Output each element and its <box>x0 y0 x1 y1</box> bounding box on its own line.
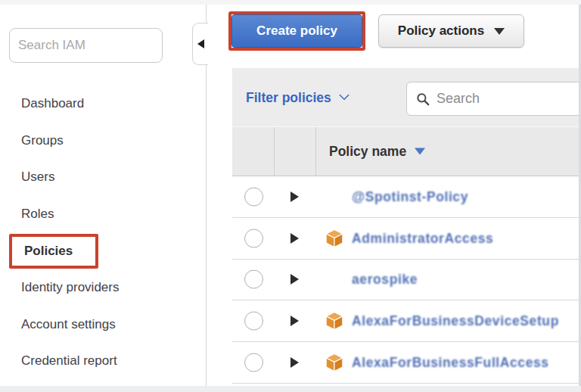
policy-name-column-header[interactable]: Policy name <box>329 144 425 160</box>
sidebar-item-label: Dashboard <box>21 96 84 111</box>
filter-policies-label: Filter policies <box>246 89 331 105</box>
policy-row: AlexaForBusinessFullAccess <box>232 342 581 384</box>
aws-managed-policy-icon <box>325 229 344 248</box>
expand-row-icon[interactable] <box>290 274 299 285</box>
radio-button[interactable] <box>244 187 263 206</box>
create-policy-button[interactable]: Create policy <box>231 14 362 48</box>
column-divider <box>315 127 316 176</box>
policy-search-box <box>406 82 581 116</box>
sidebar-item-dashboard[interactable]: Dashboard <box>0 86 206 123</box>
sidebar-item-label: Credential report <box>21 353 117 369</box>
iam-sidebar: Dashboard Groups Users Roles Policies <box>0 5 207 386</box>
sidebar-item-label: Policies <box>9 234 98 269</box>
search-icon <box>416 92 430 106</box>
sidebar-item-roles[interactable]: Roles <box>0 196 206 233</box>
filter-policies-dropdown[interactable]: Filter policies <box>246 89 348 105</box>
create-policy-annotation-box: Create policy <box>228 11 365 51</box>
sidebar-item-policies[interactable]: Policies <box>0 232 206 269</box>
sidebar-item-label: Identity providers <box>21 280 119 295</box>
policy-table-body: @Spotinst-Policy AdministratorAccess <box>232 176 581 384</box>
iam-policies-page: Dashboard Groups Users Roles Policies <box>0 0 581 392</box>
collapse-left-icon <box>197 39 204 48</box>
policy-name-link[interactable]: @Spotinst-Policy <box>352 188 468 204</box>
policy-name-link[interactable]: AdministratorAccess <box>352 230 493 246</box>
sidebar-item-identity-providers[interactable]: Identity providers <box>0 269 206 306</box>
table-header: Policy name <box>232 127 581 176</box>
sidebar-item-account-settings[interactable]: Account settings <box>0 306 206 344</box>
policy-row: aerospike <box>232 260 581 301</box>
policy-search-input[interactable] <box>437 91 550 107</box>
iam-search-input[interactable] <box>9 28 163 63</box>
sidebar-collapse-toggle[interactable] <box>192 23 208 65</box>
sort-descending-icon <box>415 148 425 155</box>
filter-bar: Filter policies <box>232 68 581 127</box>
sidebar-item-groups[interactable]: Groups <box>0 123 206 160</box>
expand-row-icon[interactable] <box>290 191 299 202</box>
policy-name-link[interactable]: aerospike <box>352 272 418 288</box>
sidebar-item-credential-report[interactable]: Credential report <box>0 343 206 380</box>
policy-name-link[interactable]: AlexaForBusinessFullAccess <box>352 355 549 371</box>
expand-row-icon[interactable] <box>290 357 299 368</box>
sidebar-item-label: Groups <box>21 133 64 148</box>
sidebar-item-label: Roles <box>21 207 54 222</box>
expand-row-icon[interactable] <box>290 316 299 326</box>
chevron-down-icon <box>339 90 350 101</box>
aws-managed-policy-icon <box>325 311 344 331</box>
policy-name-header-label: Policy name <box>329 144 406 160</box>
page-bottom-edge <box>0 386 581 392</box>
aws-managed-policy-icon <box>325 353 344 372</box>
radio-button[interactable] <box>244 353 263 372</box>
policy-name-link[interactable]: AlexaForBusinessDeviceSetup <box>352 313 559 329</box>
radio-button[interactable] <box>244 229 263 247</box>
sidebar-item-label: Users <box>21 170 54 185</box>
column-divider <box>274 127 275 176</box>
policy-row: AlexaForBusinessDeviceSetup <box>232 300 581 342</box>
radio-button[interactable] <box>244 312 263 331</box>
policy-row: @Spotinst-Policy <box>232 176 581 218</box>
dropdown-caret-icon <box>494 28 505 35</box>
policy-actions-button[interactable]: Policy actions <box>378 14 524 48</box>
expand-row-icon[interactable] <box>290 233 299 244</box>
policy-row: AdministratorAccess <box>232 218 581 260</box>
radio-button[interactable] <box>244 270 263 289</box>
sidebar-item-users[interactable]: Users <box>0 159 206 196</box>
policy-actions-label: Policy actions <box>398 23 484 39</box>
sidebar-item-label: Account settings <box>21 317 116 332</box>
sidebar-nav: Dashboard Groups Users Roles Policies <box>0 86 206 380</box>
